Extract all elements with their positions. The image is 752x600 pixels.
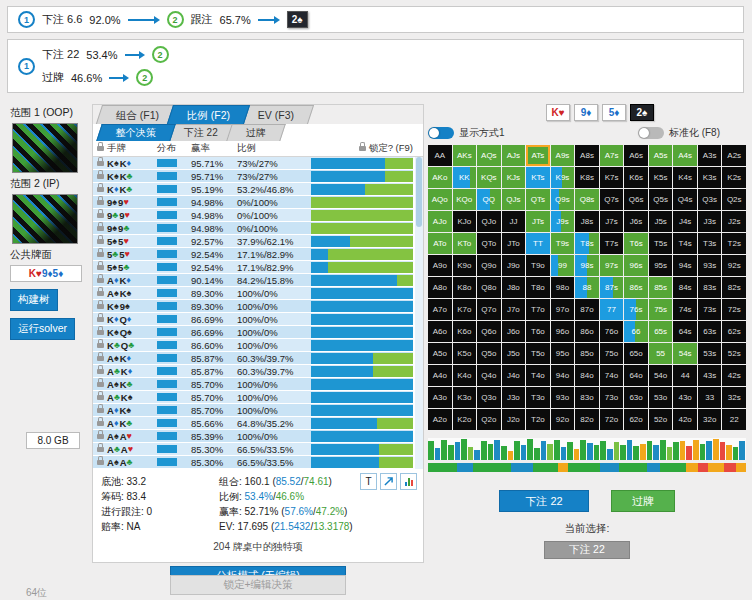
grid-cell-T9o[interactable]: T9o — [526, 255, 550, 276]
grid-cell-A5o[interactable]: A5o — [428, 343, 452, 364]
grid-cell-K7s[interactable]: K7s — [600, 167, 624, 188]
grid-cell-A8o[interactable]: A8o — [428, 277, 452, 298]
grid-cell-J6o[interactable]: J6o — [502, 321, 526, 342]
grid-cell-T6o[interactable]: T6o — [526, 321, 550, 342]
grid-cell-83s[interactable]: 83s — [698, 277, 722, 298]
grid-cell-94o[interactable]: 94o — [551, 365, 575, 386]
table-row[interactable]: A♦K♣85.66%64.8%/35.2% — [93, 417, 413, 429]
grid-cell-K4o[interactable]: K4o — [453, 365, 477, 386]
grid-cell-52o[interactable]: 52o — [649, 409, 673, 430]
grid-cell-A2s[interactable]: A2s — [722, 145, 746, 166]
grid-cell-87o[interactable]: 87o — [575, 299, 599, 320]
grid-cell-A3o[interactable]: A3o — [428, 387, 452, 408]
grid-cell-A9o[interactable]: A9o — [428, 255, 452, 276]
grid-cell-Q7s[interactable]: Q7s — [600, 189, 624, 210]
grid-cell-K3o[interactable]: K3o — [453, 387, 477, 408]
grid-cell-KQs[interactable]: KQs — [477, 167, 501, 188]
grid-cell-QQ[interactable]: QQ — [477, 189, 501, 210]
grid-cell-AQs[interactable]: AQs — [477, 145, 501, 166]
table-row[interactable]: 9♠9♥94.98%0%/100% — [93, 196, 413, 208]
grid-cell-AJo[interactable]: AJo — [428, 211, 452, 232]
bet-22-button[interactable]: 下注 22 — [499, 490, 589, 512]
grid-cell-93o[interactable]: 93o — [551, 387, 575, 408]
table-row[interactable]: 9♣9♥94.98%0%/100% — [93, 209, 413, 221]
grid-cell-T7s[interactable]: T7s — [600, 233, 624, 254]
grid-cell-JTo[interactable]: JTo — [502, 233, 526, 254]
grid-cell-J7o[interactable]: J7o — [502, 299, 526, 320]
grid-cell-Q5s[interactable]: Q5s — [649, 189, 673, 210]
range2-thumbnail[interactable] — [12, 194, 78, 244]
grid-cell-K8o[interactable]: K8o — [453, 277, 477, 298]
grid-cell-K6s[interactable]: K6s — [624, 167, 648, 188]
grid-cell-A7o[interactable]: A7o — [428, 299, 452, 320]
grid-cell-93s[interactable]: 93s — [698, 255, 722, 276]
grid-cell-AQo[interactable]: AQo — [428, 189, 452, 210]
grid-cell-73o[interactable]: 73o — [600, 387, 624, 408]
table-scrollbar[interactable] — [415, 157, 423, 469]
grid-cell-QJo[interactable]: QJo — [477, 211, 501, 232]
grid-cell-A4o[interactable]: A4o — [428, 365, 452, 386]
normalize-toggle[interactable] — [638, 127, 664, 139]
table-row[interactable]: K♠K♣95.71%73%/27% — [93, 170, 413, 182]
grid-cell-KJo[interactable]: KJo — [453, 211, 477, 232]
memory-box[interactable]: 8.0 GB — [26, 432, 80, 449]
grid-cell-KTs[interactable]: KTs — [526, 167, 550, 188]
table-row[interactable]: A♦K♦90.14%84.2%/15.8% — [93, 274, 413, 286]
grid-cell-K7o[interactable]: K7o — [453, 299, 477, 320]
grid-cell-T4o[interactable]: T4o — [526, 365, 550, 386]
row-lock-icon[interactable] — [93, 174, 107, 179]
grid-cell-K2o[interactable]: K2o — [453, 409, 477, 430]
grid-cell-KTo[interactable]: KTo — [453, 233, 477, 254]
check-button[interactable]: 过牌 — [611, 490, 675, 512]
nav-action-bet[interactable]: 下注 6.6 — [42, 12, 82, 27]
grid-cell-44[interactable]: 44 — [673, 365, 697, 386]
tab-ratio[interactable]: 比例 (F2) — [167, 105, 250, 124]
grid-cell-82o[interactable]: 82o — [575, 409, 599, 430]
grid-cell-J3s[interactable]: J3s — [698, 211, 722, 232]
grid-cell-74o[interactable]: 74o — [600, 365, 624, 386]
grid-cell-95o[interactable]: 95o — [551, 343, 575, 364]
grid-cell-T8o[interactable]: T8o — [526, 277, 550, 298]
grid-cell-82s[interactable]: 82s — [722, 277, 746, 298]
grid-cell-K8s[interactable]: K8s — [575, 167, 599, 188]
grid-cell-K2s[interactable]: K2s — [722, 167, 746, 188]
grid-cell-J9o[interactable]: J9o — [502, 255, 526, 276]
row-lock-icon[interactable] — [93, 200, 107, 205]
row-lock-icon[interactable] — [93, 369, 107, 374]
row-lock-icon[interactable] — [93, 291, 107, 296]
table-row[interactable]: K♠9♠89.30%100%/0% — [93, 300, 413, 312]
row-lock-icon[interactable] — [93, 356, 107, 361]
grid-cell-A7s[interactable]: A7s — [600, 145, 624, 166]
grid-cell-T4s[interactable]: T4s — [673, 233, 697, 254]
grid-cell-T2s[interactable]: T2s — [722, 233, 746, 254]
grid-cell-32o[interactable]: 32o — [698, 409, 722, 430]
grid-cell-92o[interactable]: 92o — [551, 409, 575, 430]
grid-cell-T5o[interactable]: T5o — [526, 343, 550, 364]
grid-cell-ATs[interactable]: ATs — [526, 145, 550, 166]
grid-cell-43o[interactable]: 43o — [673, 387, 697, 408]
grid-cell-96s[interactable]: 96s — [624, 255, 648, 276]
table-row[interactable]: A♠K♦85.87%60.3%/39.7% — [93, 352, 413, 364]
table-row[interactable]: K♠Q♠86.69%100%/0% — [93, 326, 413, 338]
table-row[interactable]: K♦K♣95.19%53.2%/46.8% — [93, 183, 413, 195]
grid-cell-A2o[interactable]: A2o — [428, 409, 452, 430]
grid-cell-72o[interactable]: 72o — [600, 409, 624, 430]
grid-cell-A3s[interactable]: A3s — [698, 145, 722, 166]
grid-cell-K9s[interactable]: K9s — [551, 167, 575, 188]
grid-cell-J4s[interactable]: J4s — [673, 211, 697, 232]
grid-cell-95s[interactable]: 95s — [649, 255, 673, 276]
grid-cell-72s[interactable]: 72s — [722, 299, 746, 320]
grid-cell-Q9s[interactable]: Q9s — [551, 189, 575, 210]
row-lock-icon[interactable] — [93, 317, 107, 322]
row-lock-icon[interactable] — [93, 161, 107, 166]
row-lock-icon[interactable] — [93, 421, 107, 426]
grid-cell-Q7o[interactable]: Q7o — [477, 299, 501, 320]
grid-cell-Q9o[interactable]: Q9o — [477, 255, 501, 276]
grid-cell-KK[interactable]: KK — [453, 167, 477, 188]
table-row[interactable]: K♦Q♦86.69%100%/0% — [93, 313, 413, 325]
grid-cell-J8s[interactable]: J8s — [575, 211, 599, 232]
row-lock-icon[interactable] — [93, 304, 107, 309]
table-row[interactable]: A♣K♠85.70%100%/0% — [93, 391, 413, 403]
branch-check[interactable]: 过牌 46.6% 2 — [42, 69, 169, 86]
grid-cell-86o[interactable]: 86o — [575, 321, 599, 342]
